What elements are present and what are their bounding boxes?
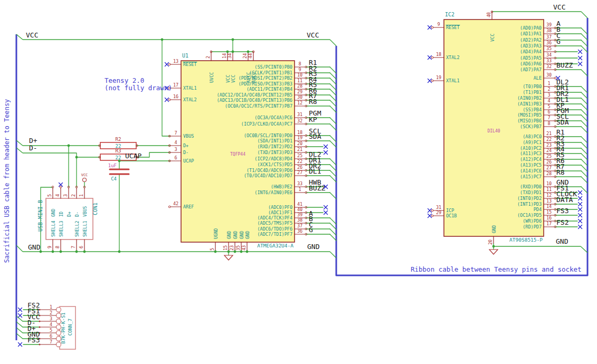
pin-name: (ADC13/OC1B/OC4B/PCINT13)PB6: [217, 98, 292, 103]
pin-name: RESET: [446, 25, 460, 30]
pin-name: (T1/OC4D/ADC9)PD6: [247, 168, 292, 173]
teensy-chip-u1[interactable]: U1ATMEGA32U4-ATQFP4413RESET17XTAL116XTAL…: [168, 52, 307, 252]
pin-name: (AIN0)PB2: [517, 95, 542, 101]
pin-name: (SCK)PB7: [520, 124, 542, 129]
pin-number: 15: [546, 209, 552, 215]
pin-number: 8: [298, 61, 301, 66]
net-label: VCC: [26, 31, 38, 39]
net-label: R8: [556, 168, 565, 176]
pin-name: (ADC11/PCINT4)PB4: [247, 87, 292, 92]
net-label: GND: [307, 243, 320, 251]
schematic-page: U1ATMEGA32U4-ATQFP4413RESET17XTAL116XTAL…: [0, 0, 597, 364]
pin-name: (ADC4/TCK)PF4: [257, 215, 292, 221]
socket-chip-ic2[interactable]: IC2AT90S8515-PDIL409RESET18XTAL219XTAL13…: [431, 12, 556, 245]
pin-number: 28: [546, 171, 552, 176]
pin-name: (AD6)PA6: [520, 61, 542, 66]
pin-name: AVCC: [246, 72, 251, 83]
pin-number: 20: [488, 240, 493, 245]
pin-name: (OC3A/OC4A)PC6: [254, 115, 292, 120]
chip-value: AT90S8515-P: [509, 237, 543, 243]
pin-number: 34: [227, 53, 232, 59]
pin-number: 10: [297, 72, 302, 78]
pin-number: 3: [547, 92, 550, 98]
junction-dot: [75, 156, 78, 159]
pin-name: VBUS: [183, 133, 194, 139]
pin-number: 37: [546, 34, 552, 40]
pin-name: (AIN1)PB3: [517, 101, 542, 107]
pin-number: 32: [546, 64, 552, 69]
connector-ref: CON1: [92, 203, 98, 215]
pin-name: (ADC1)PF1: [268, 210, 292, 215]
pin-number: 7: [174, 130, 177, 136]
schematic-canvas[interactable]: U1ATMEGA32U4-ATQFP4413RESET17XTAL116XTAL…: [0, 0, 597, 364]
pin-number: 20: [297, 141, 302, 146]
pin-number: 36: [546, 40, 552, 45]
pin-number: 21: [546, 131, 552, 136]
pin-name: D-: [74, 212, 80, 217]
pin-number: 21: [297, 147, 302, 152]
pin-name: UCAP: [183, 158, 194, 164]
pin-number: 38: [297, 217, 302, 223]
pin-name: (AD2)PA2: [520, 37, 542, 43]
pin-number: 29: [297, 89, 302, 94]
pin-name: SHELL1: [82, 221, 88, 237]
pin-name: SHELL3: [59, 221, 64, 237]
pin-number: 23: [229, 245, 234, 251]
pin-name: D-: [183, 150, 188, 155]
pin-number: 22: [546, 137, 552, 142]
pin-name: (ADC5/TMS)PF5: [257, 221, 292, 226]
pin-number: 40: [297, 207, 302, 212]
pin-number: 28: [297, 83, 302, 89]
note-teensy: Teensy 2.0: [105, 76, 144, 84]
net-label: DATA: [556, 196, 573, 204]
pin-number: 1: [547, 81, 550, 86]
connector-value: B7K-PH-K-S1: [61, 312, 66, 344]
pin-number: 35: [546, 46, 552, 51]
pin-number: 10: [546, 181, 552, 186]
pin-number: 1: [50, 304, 52, 310]
pin-name: (OC1A)PD5: [517, 213, 542, 218]
pin-name: (INT0)PD2: [517, 196, 542, 201]
net-label: FS2: [556, 218, 568, 226]
pin-number: 2: [547, 87, 550, 92]
pin-number: 43: [241, 245, 247, 251]
pin-number: 5: [210, 248, 215, 251]
pin-number: 36: [297, 228, 302, 234]
pin-number: 5: [547, 104, 550, 109]
pin-number: 13: [546, 198, 552, 204]
connector-value: USB-MINI-B: [37, 200, 43, 232]
pin-name: (A13)PC5: [520, 162, 542, 168]
pin-name: (SS)PB4: [523, 107, 542, 112]
pin-name: SHELL4: [51, 221, 56, 237]
pin-number: 33: [297, 181, 302, 186]
pin-number: 4: [174, 140, 177, 145]
pin-name: (WR)PD6: [523, 218, 542, 224]
chip-ref: IC2: [445, 12, 454, 17]
pin-name: (A9)PC1: [523, 140, 542, 145]
pin-name: XTAL1: [183, 85, 197, 91]
chip-footprint: DIL40: [487, 129, 500, 133]
note-sacrificial-cable: Sacrificial USB cable from header to Tee…: [3, 99, 11, 263]
pin-name: (RXD)PD0: [520, 184, 542, 189]
net-label: FS3: [27, 336, 40, 344]
junction-dot: [232, 39, 234, 41]
pin-number: 17: [173, 82, 178, 88]
net-label: DL1: [309, 167, 321, 175]
pin-number: 5: [47, 194, 52, 197]
pin-name: (T1)PB1: [523, 90, 542, 95]
pin-name: (OC0A/OC1C/RTS/PCINT7)PB7: [225, 103, 292, 109]
pin-name: (A10)PC2: [520, 146, 542, 151]
net-label: GND: [556, 237, 568, 245]
pin-name: (INT6/AIN0)PE6: [254, 190, 292, 195]
junction-dot: [234, 251, 236, 253]
pin-number: 27: [546, 165, 552, 170]
chip-value: ATMEGA32U4-A: [257, 243, 293, 248]
note-teensy: (not fully drawn): [105, 84, 172, 92]
pin-number: 15: [223, 245, 228, 251]
pin-name: GND: [491, 225, 497, 233]
pin-name: (ADC0)PF0: [268, 205, 292, 210]
pin-name: VCC: [490, 34, 495, 42]
pin-number: 8: [55, 246, 60, 248]
pin-number: 19: [436, 75, 441, 80]
pin-name: (INT1)PD3: [517, 202, 542, 207]
